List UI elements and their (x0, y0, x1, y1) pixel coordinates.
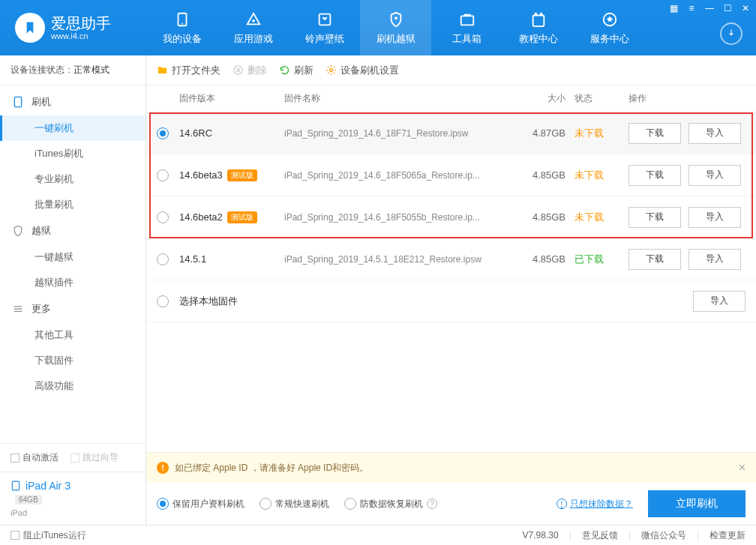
col-name[interactable]: 固件名称 (284, 92, 513, 105)
app-url: www.i4.cn (51, 31, 111, 40)
import-button[interactable]: 导入 (693, 291, 746, 312)
feedback-link[interactable]: 意见反馈 (582, 529, 618, 542)
import-button[interactable]: 导入 (688, 207, 741, 228)
version-text: 14.6beta3 (179, 169, 223, 181)
svg-point-2 (252, 19, 255, 22)
table-row[interactable]: 14.6beta2测试版 iPad_Spring_2019_14.6_18F50… (146, 196, 756, 238)
delete-icon (232, 64, 244, 76)
side-item[interactable]: iTunes刷机 (0, 141, 146, 166)
footer: 阻止iTunes运行 V7.98.30 | 意见反馈 | 微信公众号 | 检查更… (0, 525, 756, 545)
col-ops: 操作 (618, 92, 746, 105)
side-item[interactable]: 越狱插件 (0, 270, 146, 295)
flash-radio[interactable] (344, 498, 356, 510)
import-button[interactable]: 导入 (688, 123, 741, 144)
nav-label: 铃声壁纸 (305, 32, 344, 46)
close-icon[interactable]: ✕ (740, 3, 752, 13)
flash-radio[interactable] (157, 498, 169, 510)
side-item[interactable]: 专业刷机 (0, 166, 146, 192)
nav-label: 应用游戏 (234, 32, 273, 46)
nav-tab-4[interactable]: 工具箱 (431, 0, 502, 55)
flash-mode-option[interactable]: 常规快速刷机 (260, 498, 329, 511)
side-item[interactable]: 高级功能 (0, 373, 146, 399)
import-button[interactable]: 导入 (688, 165, 741, 186)
nav-icon (174, 10, 190, 29)
table-header: 固件版本 固件名称 大小 状态 操作 (146, 85, 756, 112)
nav-tab-3[interactable]: 刷机越狱 (360, 0, 431, 55)
warning-bar: ! 如已绑定 Apple ID ，请准备好 Apple ID和密码。 × (146, 453, 756, 483)
nav-tab-2[interactable]: 铃声壁纸 (289, 0, 360, 55)
status-label: 设备连接状态： (10, 64, 74, 76)
col-version[interactable]: 固件版本 (179, 92, 284, 105)
flash-mode-option[interactable]: 保留用户资料刷机 (157, 498, 244, 511)
svg-rect-5 (460, 16, 473, 25)
refresh-icon (279, 64, 290, 76)
app-title: 爱思助手 (51, 15, 111, 31)
help-icon[interactable]: ? (427, 499, 437, 509)
refresh-button[interactable]: 刷新 (279, 64, 314, 77)
row-radio[interactable] (157, 295, 169, 307)
device-info[interactable]: iPad Air 3 64GB iPad (0, 472, 146, 525)
download-button[interactable]: 下载 (628, 249, 681, 270)
nav-icon (316, 10, 333, 29)
flash-settings-button[interactable]: 设备刷机设置 (326, 64, 399, 77)
version-text: 14.6beta2 (179, 211, 223, 223)
import-button[interactable]: 导入 (688, 249, 741, 270)
size-text: 4.87GB (513, 127, 566, 139)
svg-point-13 (330, 69, 333, 72)
table-row[interactable]: 14.6RC iPad_Spring_2019_14.6_18F71_Resto… (146, 112, 756, 154)
side-item[interactable]: 一键刷机 (0, 115, 146, 141)
download-button[interactable]: 下载 (628, 123, 681, 144)
flash-now-button[interactable]: 立即刷机 (648, 490, 746, 517)
beta-badge: 测试版 (227, 169, 257, 181)
stop-itunes-checkbox[interactable]: 阻止iTunes运行 (10, 529, 86, 542)
auto-activate-label: 自动激活 (22, 451, 58, 464)
nav-tab-0[interactable]: 我的设备 (146, 0, 218, 55)
row-radio[interactable] (157, 127, 169, 139)
nav-tab-5[interactable]: 教程中心 (502, 0, 574, 55)
download-button[interactable]: 下载 (628, 207, 681, 228)
side-group[interactable]: 更多 (0, 295, 146, 322)
side-item[interactable]: 批量刷机 (0, 192, 146, 217)
firmware-name: iPad_Spring_2019_14.6_18F5055b_Restore.i… (284, 212, 513, 223)
delete-button[interactable]: 删除 (232, 64, 267, 77)
nav-tab-6[interactable]: 服务中心 (574, 0, 645, 55)
local-firmware-row[interactable]: 选择本地固件 导入 (146, 280, 756, 322)
side-item[interactable]: 其他工具 (0, 322, 146, 348)
side-item[interactable]: 一键越狱 (0, 244, 146, 270)
gift-icon[interactable]: ▦ (668, 3, 680, 13)
row-radio[interactable] (157, 211, 169, 223)
firmware-name: iPad_Spring_2019_14.5.1_18E212_Restore.i… (284, 254, 513, 265)
maximize-icon[interactable]: ☐ (722, 3, 734, 13)
col-size[interactable]: 大小 (513, 92, 566, 105)
auto-activate-checkbox[interactable]: 自动激活 (10, 451, 58, 464)
table-row[interactable]: 14.5.1 iPad_Spring_2019_14.5.1_18E212_Re… (146, 238, 756, 280)
nav-tab-1[interactable]: 应用游戏 (218, 0, 289, 55)
skip-wizard-checkbox[interactable]: 跳过向导 (70, 451, 118, 464)
menu-icon[interactable]: ≡ (686, 3, 698, 13)
download-button[interactable]: 下载 (628, 165, 681, 186)
table-row[interactable]: 14.6beta3测试版 iPad_Spring_2019_14.6_18F50… (146, 154, 756, 196)
folder-icon (157, 64, 168, 76)
flash-mode-option[interactable]: 防数据恢复刷机? (344, 498, 437, 511)
wechat-link[interactable]: 微信公众号 (641, 529, 686, 542)
minimize-icon[interactable]: — (704, 3, 716, 13)
download-manager-icon[interactable] (720, 22, 742, 45)
side-group[interactable]: 越狱 (0, 217, 146, 244)
erase-data-link[interactable]: !只想抹除数据？ (556, 498, 633, 511)
side-item[interactable]: 下载固件 (0, 348, 146, 373)
group-icon (12, 225, 24, 237)
version-text: 14.5.1 (179, 253, 206, 265)
row-radio[interactable] (157, 253, 169, 265)
nav-label: 刷机越狱 (376, 32, 416, 46)
flash-radio[interactable] (260, 498, 272, 510)
logo[interactable]: 爱思助手 www.i4.cn (15, 13, 146, 43)
row-radio[interactable] (157, 169, 169, 181)
col-status[interactable]: 状态 (566, 92, 618, 105)
close-warning-button[interactable]: × (739, 461, 746, 475)
status-text: 未下载 (566, 211, 618, 224)
size-text: 4.85GB (513, 211, 566, 223)
open-folder-button[interactable]: 打开文件夹 (157, 64, 220, 77)
nav-label: 教程中心 (519, 32, 558, 46)
side-group[interactable]: 刷机 (0, 88, 146, 115)
check-update-link[interactable]: 检查更新 (710, 529, 746, 542)
